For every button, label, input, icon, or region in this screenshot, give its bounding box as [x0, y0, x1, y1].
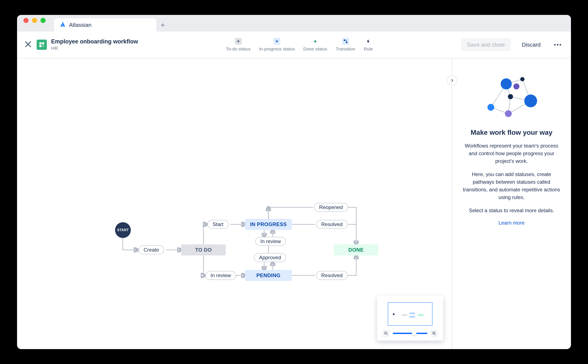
workflow-title: Employee onboarding workflow: [51, 38, 138, 45]
status-in-progress[interactable]: IN PROGRESS: [245, 219, 292, 230]
svg-point-35: [520, 77, 524, 81]
browser-chrome: Atlassian +: [17, 15, 571, 32]
browser-tab-title: Atlassian: [69, 22, 92, 28]
app-header: Employee onboarding workflow HR + To-do …: [17, 32, 571, 58]
transition-approved[interactable]: Approved: [254, 253, 286, 262]
svg-rect-6: [344, 39, 345, 41]
svg-rect-5: [42, 45, 44, 47]
transition-create[interactable]: Create: [139, 245, 164, 254]
window-zoom-dot[interactable]: [40, 18, 46, 23]
workflow-canvas[interactable]: START Create TO DO Start IN PROGRESS Reo…: [17, 58, 452, 349]
svg-point-36: [513, 84, 519, 89]
add-inprogress-status-button[interactable]: + In-progress status: [259, 38, 295, 52]
svg-rect-2: [40, 42, 41, 45]
transition-reopened[interactable]: Reopened: [314, 203, 348, 212]
project-avatar: [37, 39, 47, 50]
svg-rect-3: [42, 42, 44, 45]
browser-tab-active[interactable]: Atlassian: [54, 18, 156, 32]
svg-point-38: [524, 95, 537, 107]
zoom-out-button[interactable]: [382, 330, 390, 337]
more-actions-button[interactable]: •••: [552, 41, 564, 48]
toolbar-label: In-progress status: [259, 46, 295, 52]
toolbar-label: To-do status: [226, 46, 250, 52]
minimap-viewport[interactable]: [388, 302, 432, 326]
panel-paragraph: Workflows represent your team's process …: [461, 142, 562, 165]
help-panel: Make work flow your way Workflows repres…: [452, 58, 571, 349]
project-name: HR: [51, 45, 138, 51]
plus-icon: +: [235, 38, 242, 45]
add-rule-button[interactable]: Rule: [364, 38, 373, 52]
toolbar-label: Done status: [303, 46, 327, 52]
workflow-start-node[interactable]: START: [115, 222, 131, 238]
browser-window: Atlassian + Employee onboarding workflow…: [17, 15, 571, 349]
svg-rect-7: [346, 42, 347, 43]
new-tab-button[interactable]: +: [156, 18, 169, 32]
svg-line-22: [435, 334, 436, 335]
discard-button[interactable]: Discard: [516, 38, 547, 51]
panel-illustration: [483, 71, 540, 122]
panel-paragraph: Select a status to reveal more details.: [461, 207, 562, 214]
svg-point-37: [508, 94, 513, 99]
transition-in-review-left[interactable]: In review: [205, 271, 236, 280]
window-minimize-dot[interactable]: [32, 18, 37, 23]
panel-paragraph: Here, you can add statuses, create pathw…: [461, 170, 562, 201]
lightning-icon: [365, 38, 372, 45]
add-done-status-button[interactable]: + Done status: [303, 38, 327, 52]
transition-resolved-top[interactable]: Resolved: [316, 220, 348, 229]
panel-heading: Make work flow your way: [461, 129, 562, 136]
plus-icon: +: [274, 38, 280, 45]
toolbar-label: Rule: [364, 46, 373, 52]
zoom-in-button[interactable]: [430, 330, 438, 337]
toolbar-label: Transition: [336, 46, 355, 52]
transition-resolved-bottom[interactable]: Resolved: [316, 271, 348, 280]
editor-toolbar: + To-do status + In-progress status + Do…: [142, 38, 457, 52]
plus-icon: +: [312, 38, 319, 45]
status-todo[interactable]: TO DO: [181, 244, 226, 255]
transition-icon: [342, 38, 349, 45]
add-todo-status-button[interactable]: + To-do status: [226, 38, 250, 52]
svg-point-39: [505, 110, 512, 117]
svg-point-34: [501, 78, 512, 89]
window-controls: [21, 15, 54, 32]
add-transition-button[interactable]: Transition: [336, 38, 355, 52]
svg-line-19: [387, 334, 388, 335]
status-pending[interactable]: PENDING: [245, 270, 292, 281]
atlassian-logo-icon: [60, 21, 66, 28]
svg-point-33: [488, 104, 494, 111]
close-editor-button[interactable]: [24, 40, 32, 49]
minimap[interactable]: [377, 296, 443, 341]
transition-in-review[interactable]: In review: [255, 237, 286, 246]
transition-start[interactable]: Start: [207, 220, 229, 229]
collapse-panel-button[interactable]: [447, 75, 457, 85]
svg-rect-4: [40, 45, 41, 47]
window-close-dot[interactable]: [23, 18, 29, 23]
zoom-slider[interactable]: [393, 333, 427, 334]
save-and-close-button[interactable]: Save and close: [461, 38, 511, 51]
learn-more-link[interactable]: Learn more: [461, 220, 562, 226]
status-done[interactable]: DONE: [334, 244, 378, 255]
